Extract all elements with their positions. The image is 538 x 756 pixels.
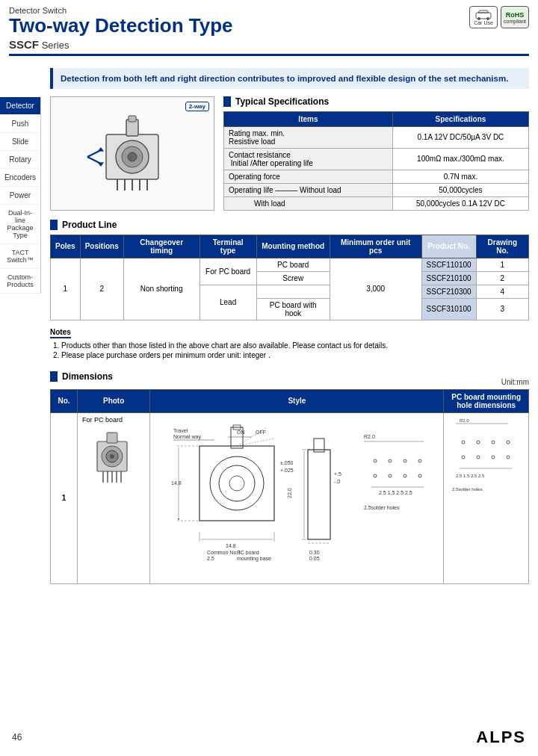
specs-title: Typical Specifications [235, 96, 329, 107]
svg-text:Normal way: Normal way [173, 434, 201, 440]
car-use-badge: Car Use [469, 6, 498, 28]
page-footer: 46 ALPS [0, 728, 538, 747]
dim-drawing: Travel Normal way ON OFF [155, 416, 439, 580]
pcboard-svg: R2.0 [448, 416, 516, 551]
sidebar-item-tact[interactable]: TACT Switch™ [0, 244, 40, 269]
list-item: 1. Products other than those listed in t… [53, 341, 529, 350]
sidebar-item-custom[interactable]: Custom-Products [0, 269, 40, 294]
svg-text:R2.0: R2.0 [460, 418, 469, 423]
sidebar-item-detector[interactable]: Detector [0, 97, 40, 115]
cell-poles: 1 [51, 258, 81, 320]
svg-rect-33 [200, 446, 274, 521]
svg-text:2.5 1.5 2.5 2.5: 2.5 1.5 2.5 2.5 [456, 474, 485, 478]
cell-productno: SSCF110100 [421, 258, 476, 271]
sidebar-item-power[interactable]: Power [0, 187, 40, 205]
cell-terminal: For PC board [200, 258, 256, 285]
svg-point-84 [507, 441, 510, 444]
cell-productno: SSCF310100 [421, 298, 476, 320]
cell-productno: SSCF210100 [421, 271, 476, 285]
dim-photo-svg [82, 427, 142, 501]
sidebar-item-slide[interactable]: Slide [0, 133, 40, 151]
svg-text:-.0: -.0 [334, 479, 340, 484]
specs-header-specs: Specifications [392, 111, 528, 126]
dimensions-header: Dimensions Unit:mm [50, 371, 529, 386]
photo-label: For PC board [82, 416, 145, 424]
svg-point-67 [418, 459, 421, 462]
spec-value: 50,000cycles 0.1A 12V DC [392, 196, 528, 210]
sidebar-item-rotary[interactable]: Rotary [0, 151, 40, 169]
svg-marker-11 [98, 162, 104, 167]
page-header: Detector Switch Two-way Detection Type S… [0, 0, 538, 51]
dim-col-no: No. [51, 389, 78, 412]
col-positions: Positions [80, 235, 123, 258]
specs-table: Items Specifications Rating max. min.Res… [223, 111, 529, 211]
svg-point-64 [374, 459, 377, 462]
spec-value: 0.1A 12V DC/50μA 3V DC [392, 126, 528, 148]
spec-value: 50,000cycles [392, 183, 528, 196]
car-use-label: Car Use [474, 20, 493, 25]
svg-text:0.05: 0.05 [309, 556, 320, 561]
product-table: Poles Positions Changeover timing Termin… [50, 235, 529, 320]
dim-photo-cell: For PC board [77, 412, 149, 583]
svg-rect-21 [107, 433, 117, 443]
spec-value: 0.7N max. [392, 170, 528, 183]
dim-drawing-group: Travel Normal way ON OFF [171, 425, 424, 562]
dim-style-cell: Travel Normal way ON OFF [150, 412, 444, 583]
table-row: Operating life ——— Without load 50,000cy… [224, 183, 529, 196]
page-number: 46 [12, 732, 22, 743]
specs-section-title: Typical Specifications [223, 96, 529, 107]
dimensions-table: No. Photo Style PC board mounting hole d… [50, 389, 529, 584]
svg-point-85 [462, 456, 465, 459]
col-drawing: Drawing No. [476, 235, 528, 258]
notes-section: Notes 1. Products other than those liste… [50, 328, 529, 359]
table-row: 1 For PC board [51, 412, 529, 583]
svg-point-65 [389, 459, 392, 462]
svg-point-20 [110, 454, 114, 459]
dimensions-section: Dimensions Unit:mm No. Photo Style PC bo… [50, 371, 529, 584]
product-top-section: 2-way Typical Specifications Items Speci… [50, 96, 529, 211]
col-changeover: Changeover timing [123, 235, 200, 258]
header-series: SSCF Series [9, 38, 529, 51]
svg-point-69 [389, 474, 392, 477]
svg-text:Common No.1: Common No.1 [207, 550, 241, 555]
cell-mounting: PC board [256, 258, 330, 271]
main-content: Detection from both left and right direc… [41, 56, 538, 590]
svg-rect-51 [308, 450, 330, 539]
notes-list: 1. Products other than those listed in t… [50, 341, 529, 359]
alps-logo: ALPS [476, 728, 526, 747]
svg-point-87 [492, 456, 495, 459]
sidebar-item-encoders[interactable]: Encoders [0, 169, 40, 187]
dimensions-unit: Unit:mm [501, 378, 529, 386]
svg-text:2.5 1.5 2.5 2.5: 2.5 1.5 2.5 2.5 [379, 490, 412, 495]
svg-rect-9 [129, 116, 136, 122]
sidebar-item-dualinline[interactable]: Dual-In-line Package Type [0, 205, 40, 244]
dim-pcboard-cell: R2.0 [444, 412, 529, 583]
svg-point-81 [462, 441, 465, 444]
svg-text:22.0: 22.0 [287, 488, 292, 498]
col-productno: Product No. [421, 235, 476, 258]
col-poles: Poles [51, 235, 81, 258]
cell-drawing: 4 [476, 285, 528, 298]
svg-text:mounting base: mounting base [237, 556, 271, 562]
svg-text:R2.0: R2.0 [364, 434, 375, 439]
spec-label: Contact resistance Initial /After operat… [224, 148, 393, 170]
svg-text:+.5: +.5 [334, 471, 341, 477]
spec-value: 100mΩ max./300mΩ max. [392, 148, 528, 170]
product-line-label: Product Line [62, 220, 117, 230]
svg-text:ON: ON [237, 430, 245, 435]
cell-drawing: 3 [476, 298, 528, 320]
spec-label: Rating max. min.Resistive load [224, 126, 393, 148]
product-line-title: Product Line [50, 220, 529, 230]
dimensions-label: Dimensions [62, 371, 113, 382]
cell-mounting: PC board with hook [256, 298, 330, 320]
cell-productno: SSCF210300 [421, 285, 476, 298]
rohs-label: RoHS [506, 11, 525, 19]
spec-label: With load [224, 196, 393, 210]
cell-drawing: 2 [476, 271, 528, 285]
col-terminal: Terminal type [200, 235, 256, 258]
product-image-box: 2-way [50, 96, 214, 211]
sidebar-item-push[interactable]: Push [0, 115, 40, 133]
spec-label: Operating force [224, 170, 393, 183]
svg-point-70 [404, 474, 406, 477]
dim-col-style: Style [150, 389, 444, 412]
